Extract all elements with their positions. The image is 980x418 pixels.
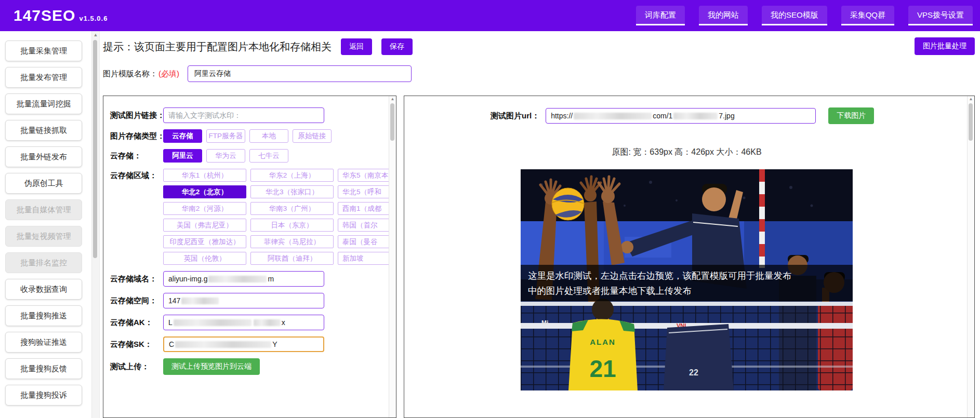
space-input[interactable]: 147 xyxy=(163,293,324,308)
test-url-input[interactable]: https://com/17.jpg xyxy=(546,108,816,124)
scroll-up-icon[interactable]: ▲ xyxy=(968,97,974,101)
template-name-input[interactable] xyxy=(188,65,412,82)
sidebar-item[interactable]: 批量流量词挖掘 xyxy=(5,93,82,114)
field-text: Y xyxy=(272,340,277,348)
preview-panel-scrollbar[interactable]: ▲ xyxy=(967,96,974,417)
test-upload-label: 测试上传： xyxy=(110,362,163,372)
sidebar-item[interactable]: 批量发布管理 xyxy=(5,67,82,88)
region-button[interactable]: 英国（伦敦） xyxy=(163,252,246,265)
region-button[interactable]: 日本（东京） xyxy=(250,219,334,232)
storage-type-row: 图片存储类型： 云存储FTP服务器本地原始链接 xyxy=(110,129,389,143)
redacted-text xyxy=(574,113,652,119)
test-upload-button[interactable]: 测试上传预览图片到云端 xyxy=(163,358,260,375)
test-image-link-row: 测试图片链接： xyxy=(110,107,389,123)
scrollbar-thumb[interactable] xyxy=(93,40,97,258)
volleyball-photo: VNL xyxy=(521,169,853,390)
option-button[interactable]: FTP服务器 xyxy=(206,129,245,143)
config-panel-scrollbar[interactable]: ▲ xyxy=(389,96,396,417)
app-header: 147SEO v1.5.0.6 词库配置我的网站我的SEO模版采集QQ群VPS拨… xyxy=(0,0,980,31)
main-panel: 提示：该页面主要用于配置图片本地化和存储相关 返回 保存 图片批量处理 图片模版… xyxy=(100,31,980,418)
sidebar-item[interactable]: 搜狗验证推送 xyxy=(5,332,82,353)
cloud-provider-options: 阿里云华为云七牛云 xyxy=(163,149,288,163)
option-button[interactable]: 原始链接 xyxy=(293,129,332,143)
sidebar-item[interactable]: 批量采集管理 xyxy=(5,41,82,61)
sidebar-item[interactable]: 伪原创工具 xyxy=(5,173,82,194)
field-text: C xyxy=(169,340,174,348)
volleyball xyxy=(552,188,584,220)
region-button[interactable]: 西南1（成都 xyxy=(338,202,389,215)
option-button[interactable]: 华为云 xyxy=(206,149,245,163)
watermark-overlay: 这里是水印测试，左边点击右边预览，该配置模版可用于批量发布 中的图片处理或者批量… xyxy=(521,265,853,301)
template-name-row: 图片模版名称： (必填) xyxy=(103,65,975,82)
test-image-link-label: 测试图片链接： xyxy=(110,111,163,120)
sk-row: 云存储SK： CY xyxy=(110,336,389,352)
test-upload-row: 测试上传： 测试上传预览图片到云端 xyxy=(110,358,389,375)
option-button[interactable]: 阿里云 xyxy=(163,149,202,163)
ak-label: 云存储AK： xyxy=(110,318,163,328)
field-text: com/1 xyxy=(653,112,672,120)
main-scrollbar[interactable]: ▲ xyxy=(91,31,100,418)
sidebar-item[interactable]: 批量搜狗投诉 xyxy=(5,385,82,406)
cloud-provider-row: 云存储： 阿里云华为云七牛云 xyxy=(110,149,389,163)
region-button[interactable]: 华南2（河源） xyxy=(163,202,246,215)
sidebar-item[interactable]: 批量外链发布 xyxy=(5,146,82,167)
top-nav-item[interactable]: 我的网站 xyxy=(699,6,748,25)
download-image-button[interactable]: 下载图片 xyxy=(828,107,874,124)
cloud-provider-label: 云存储： xyxy=(110,151,163,161)
region-button[interactable]: 阿联酋（迪拜） xyxy=(250,252,334,265)
sk-input[interactable]: CY xyxy=(163,336,324,352)
top-nav-item[interactable]: VPS拨号设置 xyxy=(908,6,973,25)
domain-row: 云存储域名： aliyun-img.gm xyxy=(110,271,389,287)
option-button[interactable]: 本地 xyxy=(249,129,288,143)
field-text: m xyxy=(268,275,274,283)
sidebar-item[interactable]: 批量搜狗反馈 xyxy=(5,358,82,379)
image-batch-process-button[interactable]: 图片批量处理 xyxy=(915,37,975,55)
scroll-up-icon[interactable]: ▲ xyxy=(389,97,396,101)
top-nav-item[interactable]: 词库配置 xyxy=(636,6,685,25)
preview-panel: 测试图片url： https://com/17.jpg 下载图片 原图: 宽：6… xyxy=(404,96,975,418)
domain-input[interactable]: aliyun-img.gm xyxy=(163,271,324,287)
save-button[interactable]: 保存 xyxy=(381,38,413,55)
scrollbar-thumb[interactable] xyxy=(969,103,973,141)
sidebar-item: 批量自媒体管理 xyxy=(5,199,82,220)
watermark-line-2: 中的图片处理或者批量本地下载上传发布 xyxy=(528,286,692,296)
sidebar-item[interactable]: 收录数据查询 xyxy=(5,279,82,300)
region-button[interactable]: 泰国（曼谷 xyxy=(338,235,389,248)
region-button[interactable]: 华北3（张家口） xyxy=(250,185,334,198)
region-button[interactable]: 新加坡 xyxy=(338,252,389,265)
redacted-text xyxy=(181,298,219,304)
back-button[interactable]: 返回 xyxy=(341,38,372,55)
region-button[interactable]: 华东5（南京本 xyxy=(338,169,389,182)
region-grid: 华东1（杭州）华东2（上海）华东5（南京本华北2（北京）华北3（张家口）华北5（… xyxy=(163,169,389,265)
region-button[interactable]: 菲律宾（马尼拉） xyxy=(250,235,334,248)
region-button[interactable]: 华东1（杭州） xyxy=(163,169,246,182)
field-text: https:// xyxy=(551,112,573,120)
sidebar-item[interactable]: 批量链接抓取 xyxy=(5,120,82,141)
option-button[interactable]: 云存储 xyxy=(163,129,202,143)
page-tip: 提示：该页面主要用于配置图片本地化和存储相关 xyxy=(103,40,332,54)
sidebar-item[interactable]: 批量搜狗推送 xyxy=(5,305,82,326)
net-antenna xyxy=(759,169,765,268)
region-button[interactable]: 华北5（呼和 xyxy=(338,185,389,198)
region-button[interactable]: 美国（弗吉尼亚） xyxy=(163,219,246,232)
region-button[interactable]: 印度尼西亚（雅加达） xyxy=(163,235,246,248)
region-button[interactable]: 华东2（上海） xyxy=(250,169,334,182)
region-button[interactable]: 韩国（首尔 xyxy=(338,219,389,232)
storage-type-label: 图片存储类型： xyxy=(110,131,163,141)
option-button[interactable]: 七牛云 xyxy=(249,149,288,163)
redacted-text xyxy=(208,276,267,282)
test-url-row: 测试图片url： https://com/17.jpg 下载图片 xyxy=(491,107,967,124)
sidebar-item: 批量排名监控 xyxy=(5,252,82,273)
sk-label: 云存储SK： xyxy=(110,340,163,349)
scroll-up-icon[interactable]: ▲ xyxy=(92,32,99,37)
test-image-link-input[interactable] xyxy=(163,107,324,123)
region-button[interactable]: 华南3（广州） xyxy=(250,202,334,215)
ak-input[interactable]: Lx xyxy=(163,315,324,330)
top-nav-item[interactable]: 我的SEO模版 xyxy=(762,6,827,25)
scrollbar-thumb[interactable] xyxy=(390,103,394,141)
top-nav-item[interactable]: 采集QQ群 xyxy=(841,6,894,25)
app-window: 147SEO v1.5.0.6 词库配置我的网站我的SEO模版采集QQ群VPS拨… xyxy=(0,0,980,418)
app-title: 147SEO xyxy=(14,7,75,24)
region-button[interactable]: 华北2（北京） xyxy=(163,185,246,198)
top-nav: 词库配置我的网站我的SEO模版采集QQ群VPS拨号设置 xyxy=(622,6,973,25)
